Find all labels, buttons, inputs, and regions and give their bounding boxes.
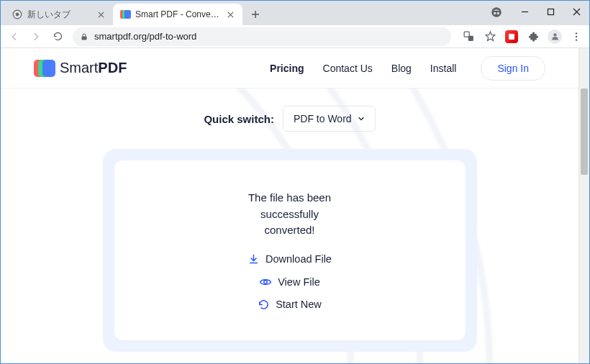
svg-point-1 xyxy=(16,13,19,17)
url-text: smartpdf.org/pdf-to-word xyxy=(94,31,196,42)
nav-install[interactable]: Install xyxy=(430,63,457,74)
reload-button[interactable] xyxy=(48,27,67,46)
quick-switch-dropdown[interactable]: PDF to Word xyxy=(283,106,376,132)
bookmark-icon[interactable] xyxy=(481,28,499,45)
site-logo[interactable]: SmartPDF xyxy=(34,59,127,78)
svg-point-9 xyxy=(553,33,556,36)
close-icon[interactable] xyxy=(96,9,106,19)
svg-point-3 xyxy=(494,12,496,14)
window-close-button[interactable] xyxy=(563,1,589,22)
refresh-icon xyxy=(258,299,270,311)
view-label: View File xyxy=(278,276,320,288)
nav-blog[interactable]: Blog xyxy=(391,63,412,74)
new-tab-button[interactable] xyxy=(245,4,266,24)
tab-title: 新しいタブ xyxy=(27,9,91,21)
svg-point-2 xyxy=(491,7,502,17)
tab-title: Smart PDF - Convert PDF to Word xyxy=(135,9,220,19)
eye-icon xyxy=(259,276,272,288)
nav-pricing[interactable]: Pricing xyxy=(270,63,304,74)
forward-button[interactable] xyxy=(27,27,45,46)
address-bar[interactable]: smartpdf.org/pdf-to-word xyxy=(73,27,451,46)
close-icon[interactable] xyxy=(225,9,235,19)
browser-toolbar: smartpdf.org/pdf-to-word xyxy=(1,25,589,48)
incognito-icon xyxy=(490,6,503,19)
svg-point-13 xyxy=(264,281,268,284)
svg-point-4 xyxy=(497,12,499,14)
logo-icon xyxy=(34,59,53,78)
browser-titlebar: 新しいタブ Smart PDF - Convert PDF to Word xyxy=(1,1,589,25)
nav-contact[interactable]: Contact Us xyxy=(323,63,373,74)
window-minimize-button[interactable] xyxy=(512,1,537,22)
site-header: SmartPDF Pricing Contact Us Blog Install… xyxy=(1,48,578,88)
profile-avatar[interactable] xyxy=(546,28,563,45)
browser-tab-inactive[interactable]: 新しいタブ xyxy=(5,4,113,25)
svg-rect-6 xyxy=(82,36,87,40)
kebab-menu-icon[interactable] xyxy=(568,28,585,45)
conversion-status: The file has been successfully converted… xyxy=(248,190,331,239)
quick-switch-label: Quick switch: xyxy=(204,113,274,125)
translate-icon[interactable] xyxy=(460,28,477,45)
lock-icon xyxy=(80,32,88,41)
conversion-panel: The file has been successfully converted… xyxy=(103,149,477,352)
startnew-label: Start New xyxy=(276,299,322,310)
extensions-menu-icon[interactable] xyxy=(525,28,542,45)
extension-icon[interactable] xyxy=(503,28,520,45)
svg-point-12 xyxy=(576,39,577,40)
window-maximize-button[interactable] xyxy=(537,1,563,22)
svg-point-11 xyxy=(576,35,577,37)
vertical-scrollbar[interactable] xyxy=(578,48,589,363)
download-label: Download File xyxy=(266,253,332,265)
svg-point-10 xyxy=(576,32,577,34)
caret-down-icon xyxy=(358,115,365,122)
back-button[interactable] xyxy=(5,27,24,46)
download-icon xyxy=(248,253,260,265)
quick-switch-value: PDF to Word xyxy=(294,113,352,124)
download-file-button[interactable]: Download File xyxy=(248,253,332,265)
main-nav: Pricing Contact Us Blog Install Sign In xyxy=(270,56,545,81)
svg-rect-8 xyxy=(468,36,473,41)
chrome-icon xyxy=(12,9,22,19)
smartpdf-favicon xyxy=(120,9,130,19)
view-file-button[interactable]: View File xyxy=(259,276,320,288)
logo-text: SmartPDF xyxy=(60,60,127,76)
sign-in-button[interactable]: Sign In xyxy=(481,56,545,81)
start-new-button[interactable]: Start New xyxy=(258,299,322,311)
browser-tab-active[interactable]: Smart PDF - Convert PDF to Word xyxy=(113,4,242,25)
svg-rect-5 xyxy=(548,9,553,14)
quick-switch-row: Quick switch: PDF to Word xyxy=(1,106,578,132)
